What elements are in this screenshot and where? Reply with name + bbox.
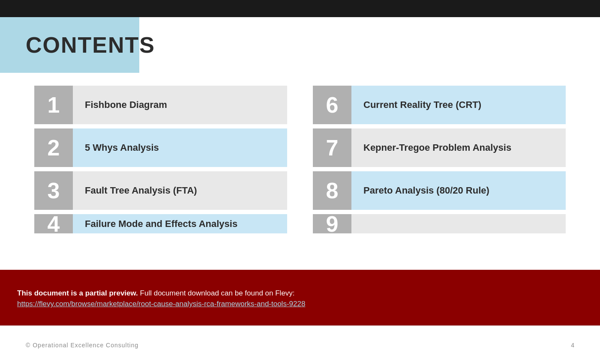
item-number-7: 7 [313,128,351,167]
top-bar [0,0,600,17]
item-label-1: Fishbone Diagram [73,86,287,124]
item-label-3: Fault Tree Analysis (FTA) [73,171,287,210]
preview-text: This document is a partial preview. Full… [17,287,583,300]
list-item: 9 [313,214,566,233]
footer-page-number: 4 [571,342,574,349]
contents-title: CONTENTS [26,32,155,58]
left-column: 1 Fishbone Diagram 2 5 Whys Analysis 3 F… [34,86,287,278]
item-label-6: Current Reality Tree (CRT) [351,86,566,124]
item-number-2: 2 [34,128,73,167]
main-content: 1 Fishbone Diagram 2 5 Whys Analysis 3 F… [34,86,566,278]
list-item: 8 Pareto Analysis (80/20 Rule) [313,171,566,210]
item-label-2: 5 Whys Analysis [73,128,287,167]
item-label-7: Kepner-Tregoe Problem Analysis [351,128,566,167]
list-item: 2 5 Whys Analysis [34,128,287,167]
contents-header: CONTENTS [0,17,139,73]
list-item: 6 Current Reality Tree (CRT) [313,86,566,124]
item-number-9: 9 [313,214,351,233]
item-number-3: 3 [34,171,73,210]
preview-link-container[interactable]: https://flevy.com/browse/marketplace/roo… [17,300,583,308]
list-item: 7 Kepner-Tregoe Problem Analysis [313,128,566,167]
item-number-6: 6 [313,86,351,124]
preview-normal: Full document download can be found on F… [140,289,295,297]
item-label-4: Failure Mode and Effects Analysis [73,214,287,233]
preview-link[interactable]: https://flevy.com/browse/marketplace/roo… [17,300,305,308]
item-number-1: 1 [34,86,73,124]
item-label-9 [351,214,566,233]
item-number-8: 8 [313,171,351,210]
list-item: 4 Failure Mode and Effects Analysis [34,214,287,233]
footer-copyright: © Operational Excellence Consulting [26,342,138,349]
list-item: 1 Fishbone Diagram [34,86,287,124]
right-column: 6 Current Reality Tree (CRT) 7 Kepner-Tr… [313,86,566,278]
item-number-4: 4 [34,214,73,233]
preview-banner: This document is a partial preview. Full… [0,270,600,325]
item-label-8: Pareto Analysis (80/20 Rule) [351,171,566,210]
footer: © Operational Excellence Consulting 4 [0,325,600,364]
list-item: 3 Fault Tree Analysis (FTA) [34,171,287,210]
preview-bold: This document is a partial preview. [17,289,138,297]
